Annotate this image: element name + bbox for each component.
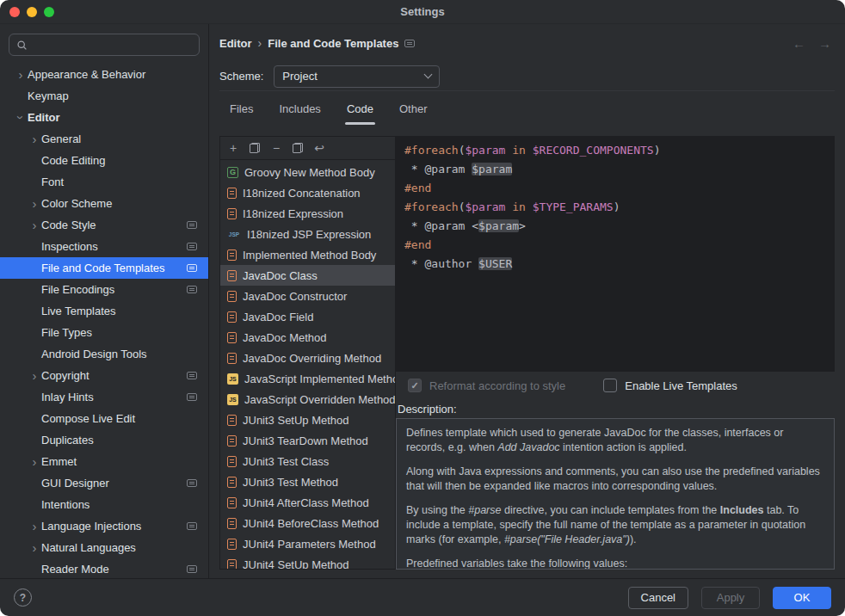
sidebar-item-label: Code Editing [41, 154, 105, 167]
tab-other[interactable]: Other [389, 91, 438, 126]
zoom-window-button[interactable] [44, 7, 54, 17]
template-item-junit3-teardown-method[interactable]: JUnit3 TearDown Method [220, 430, 395, 451]
minimize-window-button[interactable] [27, 7, 37, 17]
add-template-icon[interactable]: + [227, 142, 239, 154]
sidebar-item-label: File and Code Templates [41, 262, 165, 274]
description-box[interactable]: Defines template which used to generate … [396, 418, 835, 570]
sidebar-item-natural-languages[interactable]: ›Natural Languages [0, 537, 208, 558]
enable-live-templates-checkbox[interactable]: ✓ Enable Live Templates [603, 379, 737, 392]
sidebar-item-general[interactable]: ›General [0, 128, 208, 150]
template-item-javadoc-field[interactable]: JavaDoc Field [220, 306, 395, 327]
code-line: * @param $param [404, 160, 826, 179]
template-item-label: JUnit3 TearDown Method [243, 434, 368, 447]
forward-icon[interactable]: → [818, 36, 831, 51]
sidebar-item-code-style[interactable]: ›Code Style [0, 214, 208, 236]
chevron-icon[interactable]: › [28, 132, 41, 145]
sidebar-item-label: General [41, 132, 81, 145]
sidebar-item-code-editing[interactable]: ›Code Editing [0, 150, 208, 171]
sidebar-item-font[interactable]: ›Font [0, 171, 208, 193]
template-item-label: JavaDoc Constructor [243, 290, 347, 303]
chevron-icon[interactable]: › [28, 520, 41, 533]
tab-code[interactable]: Code [336, 91, 384, 126]
template-item-label: JUnit4 Parameters Method [243, 538, 376, 551]
tab-files[interactable]: Files [219, 91, 263, 126]
settings-tree: ›Appearance & Behavior›Keymap›Editor›Gen… [0, 64, 208, 578]
template-item-i18nized-concatenation[interactable]: I18nized Concatenation [220, 182, 395, 203]
window-title: Settings [400, 5, 444, 18]
template-item-javadoc-constructor[interactable]: JavaDoc Constructor [220, 286, 395, 306]
template-item-javadoc-class[interactable]: JavaDoc Class [220, 265, 395, 286]
reformat-checkbox[interactable]: ✓ Reformat according to style [408, 379, 565, 392]
search-input[interactable] [33, 39, 192, 52]
sidebar-item-duplicates[interactable]: ›Duplicates [0, 429, 208, 451]
sidebar-item-appearance-behavior[interactable]: ›Appearance & Behavior [0, 64, 208, 85]
chevron-icon[interactable]: › [28, 541, 41, 554]
back-icon[interactable]: ← [793, 36, 805, 51]
template-item-javadoc-method[interactable]: JavaDoc Method [220, 327, 395, 348]
chevron-icon[interactable]: › [28, 219, 41, 231]
sidebar-item-file-encodings[interactable]: ›File Encodings [0, 279, 208, 300]
sidebar-item-label: Editor [28, 111, 60, 124]
template-item-i18nized-jsp-expression[interactable]: JSPI18nized JSP Expression [220, 224, 395, 244]
sidebar-item-label: Copyright [41, 369, 89, 382]
template-editor[interactable]: #foreach($param in $RECORD_COMPONENTS) *… [396, 136, 835, 372]
chevron-icon[interactable]: › [28, 455, 41, 468]
template-item-javascript-overridden-method-body[interactable]: JSJavaScript Overridden Method Body [220, 389, 395, 410]
sidebar-item-inspections[interactable]: ›Inspections [0, 236, 208, 257]
sidebar-item-emmet[interactable]: ›Emmet [0, 451, 208, 472]
sidebar-item-android-design-tools[interactable]: ›Android Design Tools [0, 343, 208, 365]
remove-template-icon[interactable]: − [270, 142, 282, 154]
copy-template-icon[interactable] [250, 143, 260, 153]
template-item-label: I18nized JSP Expression [247, 228, 371, 241]
revert-template-icon[interactable]: ↩ [313, 142, 325, 154]
sidebar-item-reader-mode[interactable]: ›Reader Mode [0, 558, 208, 578]
template-item-junit4-setup-method[interactable]: JUnit4 SetUp Method [220, 554, 395, 569]
chevron-icon[interactable]: › [28, 369, 41, 382]
breadcrumb-editor[interactable]: Editor [219, 37, 252, 50]
chevron-icon[interactable]: › [15, 111, 28, 125]
template-item-junit4-beforeclass-method[interactable]: JUnit4 BeforeClass Method [220, 513, 395, 533]
sidebar-item-live-templates[interactable]: ›Live Templates [0, 300, 208, 322]
sidebar-item-label: Android Design Tools [41, 348, 147, 360]
monitor-icon [187, 372, 197, 379]
chevron-down-icon [424, 71, 433, 79]
settings-search[interactable] [9, 34, 200, 56]
sidebar-item-copyright[interactable]: ›Copyright [0, 365, 208, 386]
template-item-i18nized-expression[interactable]: I18nized Expression [220, 203, 395, 224]
close-window-button[interactable] [9, 7, 20, 17]
template-item-junit3-test-class[interactable]: JUnit3 Test Class [220, 451, 395, 471]
template-panels: + − ↩ GGroovy New Method BodyI18nized Co… [219, 136, 835, 570]
template-item-implemented-method-body[interactable]: Implemented Method Body [220, 244, 395, 265]
sidebar-item-file-types[interactable]: ›File Types [0, 322, 208, 343]
apply-button[interactable]: Apply [701, 587, 760, 609]
ok-button[interactable]: OK [773, 587, 831, 609]
duplicate-template-icon[interactable] [293, 143, 303, 153]
sidebar-item-file-and-code-templates[interactable]: ›File and Code Templates [0, 257, 208, 279]
sidebar-item-editor[interactable]: ›Editor [0, 107, 208, 128]
cancel-button[interactable]: Cancel [628, 587, 688, 609]
template-item-junit4-parameters-method[interactable]: JUnit4 Parameters Method [220, 533, 395, 554]
sidebar-item-compose-live-edit[interactable]: ›Compose Live Edit [0, 408, 208, 429]
chevron-icon[interactable]: › [14, 68, 28, 81]
tab-includes[interactable]: Includes [268, 91, 330, 126]
template-item-groovy-new-method-body[interactable]: GGroovy New Method Body [220, 162, 395, 182]
template-item-javascript-implemented-method-body[interactable]: JSJavaScript Implemented Method Body [220, 368, 395, 389]
chevron-icon[interactable]: › [28, 197, 41, 210]
template-detail-panel: #foreach($param in $RECORD_COMPONENTS) *… [396, 136, 835, 570]
template-item-javadoc-overriding-method[interactable]: JavaDoc Overriding Method [220, 348, 395, 368]
sidebar-item-keymap[interactable]: ›Keymap [0, 85, 208, 107]
template-item-junit4-afterclass-method[interactable]: JUnit4 AfterClass Method [220, 492, 395, 513]
template-file-icon [227, 353, 237, 364]
help-icon[interactable]: ? [14, 588, 32, 607]
template-item-junit3-test-method[interactable]: JUnit3 Test Method [220, 471, 395, 492]
sidebar-item-inlay-hints[interactable]: ›Inlay Hints [0, 386, 208, 408]
monitor-icon [187, 243, 197, 250]
sidebar-item-gui-designer[interactable]: ›GUI Designer [0, 472, 208, 494]
groovy-file-icon: G [227, 167, 238, 178]
sidebar-item-intentions[interactable]: ›Intentions [0, 494, 208, 515]
template-list: GGroovy New Method BodyI18nized Concaten… [220, 160, 395, 569]
template-item-junit3-setup-method[interactable]: JUnit3 SetUp Method [220, 410, 395, 430]
scheme-select[interactable]: Project [274, 65, 440, 88]
sidebar-item-language-injections[interactable]: ›Language Injections [0, 515, 208, 537]
sidebar-item-color-scheme[interactable]: ›Color Scheme [0, 193, 208, 214]
